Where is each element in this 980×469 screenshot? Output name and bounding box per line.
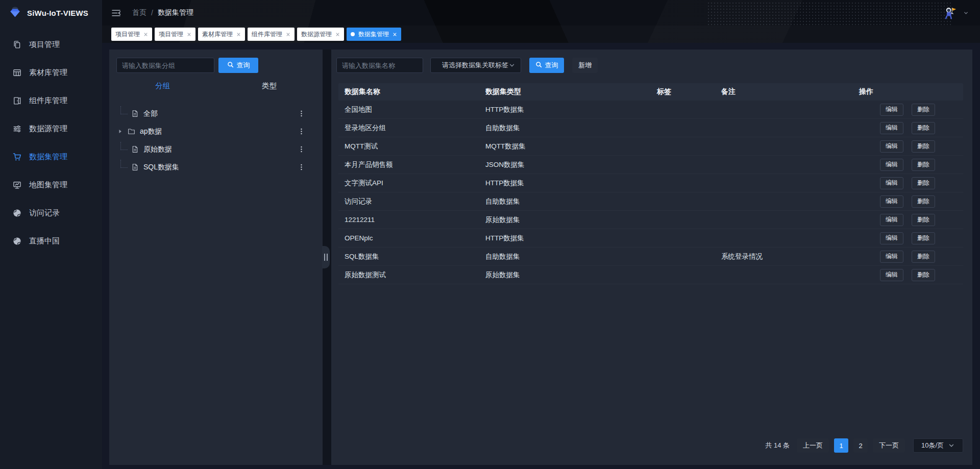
edit-button[interactable]: 编辑 — [880, 104, 903, 116]
edit-button[interactable]: 编辑 — [880, 251, 903, 263]
cell-dataset-type: 原始数据集 — [479, 215, 651, 225]
view-tab[interactable]: 素材库管理 — [198, 28, 245, 41]
tree-node[interactable]: 全部 — [109, 105, 323, 122]
delete-button[interactable]: 删除 — [912, 269, 935, 281]
sidebar-item-label: 项目管理 — [29, 40, 60, 50]
chevron-down-icon[interactable] — [963, 10, 969, 16]
more-icon[interactable] — [298, 110, 305, 117]
prev-page-button[interactable]: 上一页 — [797, 438, 829, 453]
edit-button[interactable]: 编辑 — [880, 214, 903, 226]
sidebar-item[interactable]: 项目管理 — [0, 31, 102, 59]
sidebar-item[interactable]: 地图集管理 — [0, 171, 102, 199]
edit-button[interactable]: 编辑 — [880, 122, 903, 134]
cell-dataset-type: HTTP数据集 — [479, 105, 651, 114]
next-page-button[interactable]: 下一页 — [873, 438, 905, 453]
group-tree: 全部 ap数据 原始数据 — [109, 105, 323, 176]
cell-actions: 编辑 删除 — [852, 195, 963, 208]
close-icon[interactable] — [187, 32, 191, 37]
sidebar-item[interactable]: 直播中国 — [0, 227, 102, 255]
dataset-name-input[interactable] — [336, 58, 423, 73]
edit-button[interactable]: 编辑 — [880, 195, 903, 208]
delete-button[interactable]: 删除 — [912, 159, 935, 171]
tags-view-bar: 项目管理 项目管理 素材库管理 组件库管理 — [102, 26, 980, 43]
view-tab[interactable]: 项目管理 — [155, 28, 195, 41]
view-tab[interactable]: 项目管理 — [111, 28, 152, 41]
view-tab-label: 组件库管理 — [252, 30, 282, 39]
more-icon[interactable] — [298, 128, 305, 135]
more-icon[interactable] — [298, 163, 305, 171]
splitter-handle[interactable] — [322, 246, 330, 268]
sidebar-item[interactable]: 数据集管理 — [0, 143, 102, 171]
cell-actions: 编辑 删除 — [852, 159, 963, 171]
column-header-name: 数据集名称 — [338, 87, 479, 96]
panel-splitter — [323, 50, 331, 465]
edit-button[interactable]: 编辑 — [880, 140, 903, 153]
group-search-button[interactable]: 查询 — [218, 58, 258, 73]
cell-dataset-type: MQTT数据集 — [479, 142, 651, 151]
cell-actions: 编辑 删除 — [852, 214, 963, 226]
close-icon[interactable] — [286, 32, 290, 37]
page-size-value: 10条/页 — [921, 441, 944, 450]
sidebar-item[interactable]: 素材库管理 — [0, 59, 102, 87]
view-tab[interactable]: 数据源管理 — [297, 28, 344, 41]
add-dataset-button[interactable]: 新增 — [572, 58, 598, 73]
view-tab[interactable]: 组件库管理 — [248, 28, 295, 41]
page-size-select[interactable]: 10条/页 — [913, 438, 963, 453]
edit-button[interactable]: 编辑 — [880, 269, 903, 281]
cell-actions: 编辑 删除 — [852, 122, 963, 134]
breadcrumb-current: 数据集管理 — [158, 8, 193, 17]
sidebar-item[interactable]: 数据源管理 — [0, 115, 102, 143]
project-files-icon — [13, 40, 21, 49]
table-row: SQL数据集 自助数据集 系统登录情况 编辑 删除 — [338, 248, 963, 266]
table-row: 全国地图 HTTP数据集 编辑 删除 — [338, 101, 963, 119]
tree-node[interactable]: 原始数据 — [109, 140, 323, 158]
tree-node[interactable]: ap数据 — [109, 122, 323, 140]
panel-tab[interactable]: 分组 — [109, 81, 216, 91]
topbar-right — [899, 5, 969, 20]
close-icon[interactable] — [236, 32, 241, 37]
tree-node-label: 全部 — [143, 109, 158, 118]
tree-node[interactable]: SQL数据集 — [109, 158, 323, 176]
edit-button[interactable]: 编辑 — [880, 232, 903, 244]
delete-button[interactable]: 删除 — [912, 140, 935, 153]
group-search-input[interactable] — [116, 58, 214, 73]
more-icon[interactable] — [298, 145, 305, 153]
chevron-down-icon — [508, 62, 516, 69]
sidebar-item-label: 组件库管理 — [29, 96, 67, 106]
delete-button[interactable]: 删除 — [912, 122, 935, 134]
delete-button[interactable]: 删除 — [912, 195, 935, 208]
breadcrumb: 首页 / 数据集管理 — [132, 8, 193, 17]
delete-button[interactable]: 删除 — [912, 104, 935, 116]
panel-tab[interactable]: 类型 — [216, 81, 323, 91]
breadcrumb-home[interactable]: 首页 — [132, 8, 146, 17]
tree-node-label: ap数据 — [140, 127, 162, 136]
column-header-tag: 标签 — [651, 87, 715, 96]
edit-button[interactable]: 编辑 — [880, 159, 903, 171]
cell-dataset-name: 12212211 — [338, 216, 479, 224]
app-title: SiWu-IoT-VIEWS — [27, 9, 88, 17]
caret-right-icon[interactable] — [117, 129, 128, 134]
edit-button[interactable]: 编辑 — [880, 177, 903, 189]
dataset-search-button[interactable]: 查询 — [529, 58, 564, 73]
collapse-sidebar-icon[interactable] — [111, 9, 121, 17]
app-root: SiWu-IoT-VIEWS 项目管理 素材库管理 组件库管理 数据源管理 — [0, 0, 980, 469]
delete-button[interactable]: 删除 — [912, 232, 935, 244]
tag-select[interactable]: 请选择数据集关联标签 — [430, 58, 521, 73]
close-icon[interactable] — [335, 32, 340, 37]
view-tab[interactable]: 数据集管理 — [347, 28, 401, 41]
delete-button[interactable]: 删除 — [912, 177, 935, 189]
delete-button[interactable]: 删除 — [912, 251, 935, 263]
group-search-button-label: 查询 — [237, 61, 250, 70]
tree-guide-line — [120, 160, 128, 168]
close-icon[interactable] — [143, 32, 148, 37]
topbar: 首页 / 数据集管理 — [102, 0, 980, 26]
page-number-button[interactable]: 1 — [834, 438, 848, 453]
sidebar-item[interactable]: 组件库管理 — [0, 87, 102, 115]
sidebar-item[interactable]: 访问记录 — [0, 199, 102, 227]
page-number-button[interactable]: 2 — [853, 438, 868, 453]
user-avatar[interactable] — [942, 5, 958, 20]
close-icon[interactable] — [393, 32, 397, 37]
cell-dataset-name: SQL数据集 — [338, 252, 479, 261]
cell-dataset-name: 登录地区分组 — [338, 124, 479, 133]
delete-button[interactable]: 删除 — [912, 214, 935, 226]
